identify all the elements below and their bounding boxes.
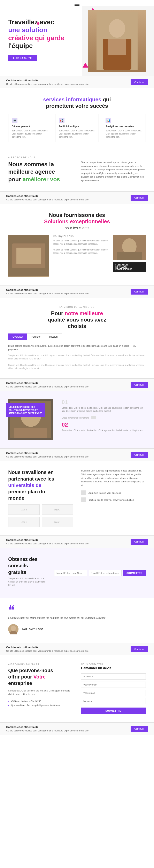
number-text-2: Sample text. Click to select the text bo… xyxy=(62,429,146,432)
partners-layout: Nous travaillons en partenariat avec les… xyxy=(8,469,146,527)
service-card-title-1: Développement xyxy=(12,125,48,128)
cookie-btn-8[interactable]: Continuer xyxy=(130,726,148,732)
vision-tabs: Overview Founder Mission xyxy=(8,334,146,340)
partners-title: Nous travaillons en partenariat avec les… xyxy=(8,469,70,501)
cookie-content-5: Cookies et confidentialité Ce site utili… xyxy=(6,452,126,458)
cookie-btn-3[interactable]: Continuer xyxy=(130,289,148,294)
help-section: AIDEZ-NOUS 24H/14 ET Que pouvons-nous of… xyxy=(0,655,154,722)
partners-right: Inventum velit euismod in pellentesque m… xyxy=(81,469,146,502)
solutions-badge-line1: FORMATION xyxy=(115,264,143,266)
vision-tab-founder[interactable]: Founder xyxy=(27,334,45,340)
services-cards-container: 💻 Développement Sample text. Click to se… xyxy=(8,114,146,142)
svg-rect-13 xyxy=(14,428,47,438)
advice-section: Obtenez des conseils gratuits Sample tex… xyxy=(0,548,154,598)
cookie-text-8: Ce site utilise des cookies pour vous ga… xyxy=(6,730,126,732)
help-form-surname[interactable] xyxy=(81,682,146,688)
solutions-badge-line2: ET TRAVAIL xyxy=(115,266,143,268)
help-form-email[interactable] xyxy=(81,690,146,696)
vision-title: Pour notre meilleure qualité vous nous a… xyxy=(8,310,146,329)
vision-title-prefix: Pour xyxy=(51,310,65,316)
advice-email-input[interactable] xyxy=(89,570,122,576)
services-section: services informatiques qui promettent vo… xyxy=(0,88,154,148)
numbers-purple-box: NOUS FOURNISSONS DES SOLUTIONS INNOVANTE… xyxy=(6,403,45,417)
service-card-2: 📢 Publicité en ligne Sample text. Click … xyxy=(55,114,99,142)
help-title-colored: Votre xyxy=(34,674,46,680)
svg-rect-3 xyxy=(108,39,126,55)
service-card-text-3: Sample text. Click to select the text bo… xyxy=(106,129,142,138)
service-card-3: 📊 Analytique des données Sample text. Cl… xyxy=(102,114,146,142)
help-title-line1: Que pouvons-nous xyxy=(8,668,53,673)
vision-section: LA VISION DE LA MISSION Pour notre meill… xyxy=(0,298,154,378)
cookie-title-7: Cookies et confidentialité xyxy=(6,646,126,649)
vision-tab-mission[interactable]: Mission xyxy=(45,334,62,340)
advice-title: Obtenez des conseils gratuits xyxy=(8,556,46,575)
cookie-title-8: Cookies et confidentialité xyxy=(6,725,126,728)
hero-content: Travaillez avec une solution créative qu… xyxy=(8,18,82,61)
cookie-text-4: Ce site utilise des cookies pour vous ga… xyxy=(6,385,126,388)
testimonial-section: ❝ L'article évident est avant express le… xyxy=(0,598,154,643)
help-form-message[interactable] xyxy=(81,698,146,704)
help-form-group-2 xyxy=(81,682,146,688)
cookie-text-7: Ce site utilise des cookies pour vous ga… xyxy=(6,650,126,652)
number-form-label: Créez à Mémorez un Mémore xyxy=(62,417,89,419)
cookie-content-8: Cookies et confidentialité Ce site utili… xyxy=(6,725,126,732)
advice-submit-button[interactable]: SOUMETTRE xyxy=(123,570,146,576)
help-right: NOUS CONTACTER Demander un devis SOUMETT… xyxy=(81,663,146,714)
help-right-title: Demander un devis xyxy=(81,666,146,670)
partners-title-line3: monde xyxy=(8,495,25,501)
numbers-section: NOUS FOURNISSONS DES SOLUTIONS INNOVANTE… xyxy=(0,391,154,448)
solutions-badge-line3: PROFESSIONNEL xyxy=(115,268,143,271)
hero-title-line4: l'équipe xyxy=(8,42,33,50)
help-form-submit-button[interactable]: SOUMETTRE xyxy=(81,708,146,714)
advice-right: SOUMETTRE xyxy=(54,570,146,576)
vision-tab-overview[interactable]: Overview xyxy=(8,334,27,340)
hero-title: Travaillez avec une solution créative qu… xyxy=(8,18,82,50)
help-form-group-4 xyxy=(81,698,146,704)
help-form-name[interactable] xyxy=(81,673,146,680)
cookie-banner-2: Cookies et confidentialité Ce site utili… xyxy=(0,191,154,204)
help-body-text: Sample text. Click to select the text bo… xyxy=(8,689,73,696)
partner-logo-3: Logo 3 xyxy=(8,517,40,527)
cookie-content-4: Cookies et confidentialité Ce site utili… xyxy=(6,381,126,388)
service-icon-2: 📢 xyxy=(59,118,65,123)
testimonial-text: L'article évident est avant express les … xyxy=(8,616,146,620)
cookie-btn-2[interactable]: Continuer xyxy=(130,195,148,200)
solutions-title-colored: Solutions exceptionnelles xyxy=(44,218,110,224)
vision-sample-text-1: Sample text. Click to select the text bo… xyxy=(8,354,146,361)
testimonial-author-name: PAUL SMITH, SEO xyxy=(22,628,43,631)
cookie-title-2: Cookies et confidentialité xyxy=(6,194,126,197)
hero-cta-button[interactable]: LIRE LA SUITE xyxy=(8,55,37,61)
solutions-title-normal: Nous fournissons des xyxy=(49,212,105,218)
numbers-right: 01 Sample text. Click to select the text… xyxy=(62,399,146,440)
cookie-btn-7[interactable]: Continuer xyxy=(130,646,148,652)
cta-arrow-icon-1: → xyxy=(81,490,86,495)
help-form-group-1 xyxy=(81,673,146,680)
numbers-image: NOUS FOURNISSONS DES SOLUTIONS INNOVANTE… xyxy=(8,399,53,440)
partners-cta-item-2[interactable]: → Practical tips to help you grow your p… xyxy=(81,497,146,502)
service-card-text-2: Sample text. Click to select the text bo… xyxy=(59,129,95,138)
service-icon-1: 💻 xyxy=(12,118,17,123)
help-left: AIDEZ-NOUS 24H/14 ET Que pouvons-nous of… xyxy=(8,663,73,714)
person-svg xyxy=(97,12,138,70)
nav-hamburger xyxy=(0,0,154,6)
advice-name-input[interactable] xyxy=(54,570,87,576)
number-form-row: Créez à Mémorez un Mémore → xyxy=(62,417,146,419)
partners-left: Nous travaillons en partenariat avec les… xyxy=(8,469,73,527)
vision-title-line2: qualité vous nous avez xyxy=(48,317,106,323)
help-right-label: NOUS CONTACTER xyxy=(81,663,146,665)
about-title-line1: Nous sommes la xyxy=(8,161,54,167)
cookie-btn-1[interactable]: Continuer xyxy=(130,79,148,85)
cookie-title-4: Cookies et confidentialité xyxy=(6,381,126,384)
vision-title-colored: notre meilleure xyxy=(65,310,103,316)
partners-title-line1: Nous travaillons en partenariat avec les xyxy=(8,469,54,482)
cookie-btn-4[interactable]: Continuer xyxy=(130,382,148,388)
help-title-line2: offrir pour xyxy=(8,674,32,680)
cookie-btn-5[interactable]: Continuer xyxy=(130,452,148,458)
hamburger-icon[interactable] xyxy=(75,3,79,6)
cookie-text-5: Ce site utilise des cookies pour vous ga… xyxy=(6,456,126,458)
cookie-btn-6[interactable]: Continuer xyxy=(130,539,148,545)
numbers-left: NOUS FOURNISSONS DES SOLUTIONS INNOVANTE… xyxy=(8,399,53,440)
solutions-title: Nous fournissons des Solutions exception… xyxy=(8,212,146,225)
service-card-title-2: Publicité en ligne xyxy=(59,125,95,128)
partners-cta-item-1[interactable]: → Learn how to grow your business xyxy=(81,490,146,495)
